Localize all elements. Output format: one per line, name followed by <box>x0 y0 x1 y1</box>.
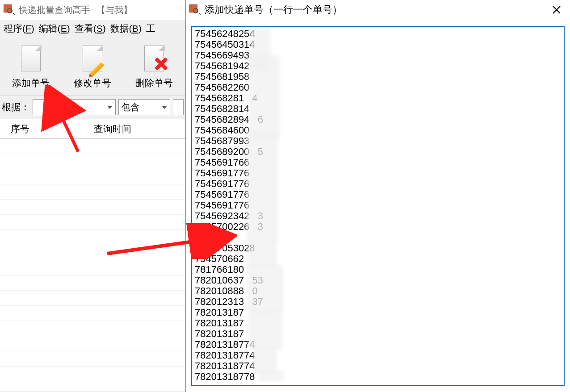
table-row <box>0 139 185 154</box>
table-row <box>0 260 185 275</box>
combo-value: 包含 <box>122 101 139 113</box>
app-subtitle: 【与我】 <box>96 4 132 16</box>
tool-label: 修改单号 <box>74 77 111 89</box>
delete-number-button[interactable]: 删除单号 <box>123 38 185 95</box>
add-numbers-dialog: 添加快递单号（一行一个单号） <box>185 0 570 392</box>
close-icon <box>552 5 561 14</box>
col-index[interactable]: 序号 <box>0 119 40 138</box>
table-header: 序号 查询时间 <box>0 119 185 139</box>
filter-operator-combo[interactable]: 包含 <box>118 99 170 115</box>
table-row <box>0 351 185 367</box>
table-row <box>0 275 185 291</box>
filter-value-input[interactable] <box>173 99 184 115</box>
close-button[interactable] <box>547 1 566 19</box>
menu-view[interactable]: 查看(S) <box>75 22 106 35</box>
table-row <box>0 230 185 245</box>
table-row <box>0 245 185 260</box>
table-row <box>0 154 185 169</box>
menu-data[interactable]: 数据(B) <box>110 22 142 35</box>
edit-number-button[interactable]: 修改单号 <box>62 38 123 95</box>
table-row <box>0 169 185 184</box>
app-icon <box>189 4 200 15</box>
results-table: 序号 查询时间 <box>0 119 185 391</box>
table-row <box>0 215 185 230</box>
table-row <box>0 306 185 321</box>
tool-label: 删除单号 <box>135 77 173 89</box>
menubar: 程序(F) 编辑(E) 查看(S) 数据(B) 工 <box>0 20 185 38</box>
dialog-body <box>186 20 570 392</box>
toolbar: 添加单号 修改单号 删除单号 <box>0 38 185 96</box>
chevron-down-icon <box>107 106 113 109</box>
table-row <box>0 336 185 351</box>
tracking-numbers-textarea[interactable] <box>191 26 565 386</box>
menu-tool-partial[interactable]: 工 <box>146 22 155 35</box>
main-titlebar: 快递批量查询高手 【与我】 <box>0 0 185 20</box>
col-query-time[interactable]: 查询时间 <box>40 119 185 138</box>
table-row <box>0 291 185 306</box>
menu-edit[interactable]: 编辑(E) <box>39 22 70 35</box>
document-delete-icon <box>140 44 168 75</box>
table-row <box>0 184 185 200</box>
chevron-down-icon <box>162 106 167 109</box>
document-edit-icon <box>78 44 107 75</box>
add-number-button[interactable]: 添加单号 <box>0 38 62 95</box>
filter-label: 根据： <box>2 101 30 113</box>
filter-field-combo[interactable] <box>33 99 116 115</box>
filter-bar: 根据： 包含 <box>0 96 185 119</box>
app-title: 快递批量查询高手 <box>19 4 90 16</box>
table-row <box>0 200 185 215</box>
document-add-icon <box>17 44 45 75</box>
dialog-titlebar: 添加快递单号（一行一个单号） <box>186 0 570 20</box>
dialog-title: 添加快递单号（一行一个单号） <box>205 3 547 17</box>
app-icon <box>4 4 14 15</box>
main-window: 快递批量查询高手 【与我】 程序(F) 编辑(E) 查看(S) 数据(B) 工 … <box>0 0 185 392</box>
tool-label: 添加单号 <box>12 77 50 89</box>
table-body <box>0 139 185 367</box>
menu-program[interactable]: 程序(F) <box>4 22 34 35</box>
table-row <box>0 321 185 336</box>
